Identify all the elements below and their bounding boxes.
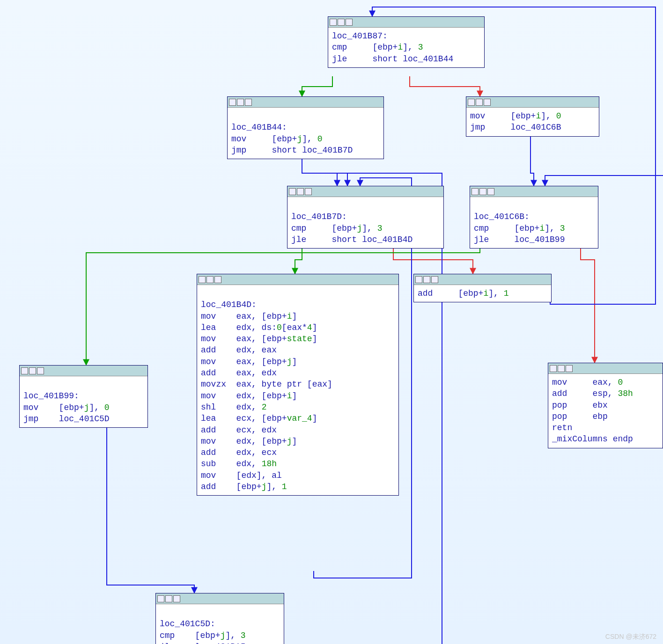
titlebar	[466, 97, 599, 108]
block-loc-401B87[interactable]: loc_401B87: cmp [ebp+i], 3 jle short loc…	[328, 16, 485, 68]
titlebar	[414, 274, 551, 285]
block-add-i-1[interactable]: add [ebp+i], 1	[413, 274, 552, 302]
block-body: add [ebp+i], 1	[414, 285, 551, 302]
titlebar	[287, 186, 443, 197]
block-loc-401C6B[interactable]: loc_401C6B: cmp [ebp+i], 3 jle loc_401B9…	[470, 186, 598, 249]
titlebar	[470, 186, 598, 197]
titlebar	[548, 363, 663, 374]
block-loc-401B4D[interactable]: loc_401B4D: mov eax, [ebp+i] lea edx, ds…	[197, 274, 399, 496]
block-mov-i-0[interactable]: mov [ebp+i], 0 jmp loc_401C6B	[466, 96, 599, 137]
block-loc-401B99[interactable]: loc_401B99: mov [ebp+j], 0 jmp loc_401C5…	[19, 365, 148, 428]
titlebar	[228, 97, 383, 108]
block-loc-401B44[interactable]: loc_401B44: mov [ebp+j], 0 jmp short loc…	[227, 96, 384, 159]
block-body: loc_401B44: mov [ebp+j], 0 jmp short loc…	[228, 108, 383, 159]
block-body: loc_401C5D: cmp [ebp+j], 3 jle loc_401BA…	[156, 604, 284, 644]
block-body: loc_401B7D: cmp [ebp+j], 3 jle short loc…	[287, 197, 443, 248]
block-body: mov [ebp+i], 0 jmp loc_401C6B	[466, 108, 599, 136]
block-body: loc_401B4D: mov eax, [ebp+i] lea edx, ds…	[197, 285, 398, 495]
block-body: loc_401B99: mov [ebp+j], 0 jmp loc_401C5…	[20, 376, 147, 427]
block-body: loc_401C6B: cmp [ebp+i], 3 jle loc_401B9…	[470, 197, 598, 248]
titlebar	[328, 17, 484, 28]
block-body: mov eax, 0 add esp, 38h pop ebx pop ebp …	[548, 374, 663, 448]
block-body: loc_401B87: cmp [ebp+i], 3 jle short loc…	[328, 28, 484, 67]
titlebar	[20, 366, 147, 376]
titlebar	[197, 274, 398, 285]
block-loc-401B7D[interactable]: loc_401B7D: cmp [ebp+j], 3 jle short loc…	[287, 186, 444, 249]
watermark: CSDN @未济672	[605, 633, 656, 641]
block-return[interactable]: mov eax, 0 add esp, 38h pop ebx pop ebp …	[548, 363, 663, 448]
titlebar	[156, 593, 284, 604]
block-loc-401C5D[interactable]: loc_401C5D: cmp [ebp+j], 3 jle loc_401BA…	[155, 593, 284, 644]
